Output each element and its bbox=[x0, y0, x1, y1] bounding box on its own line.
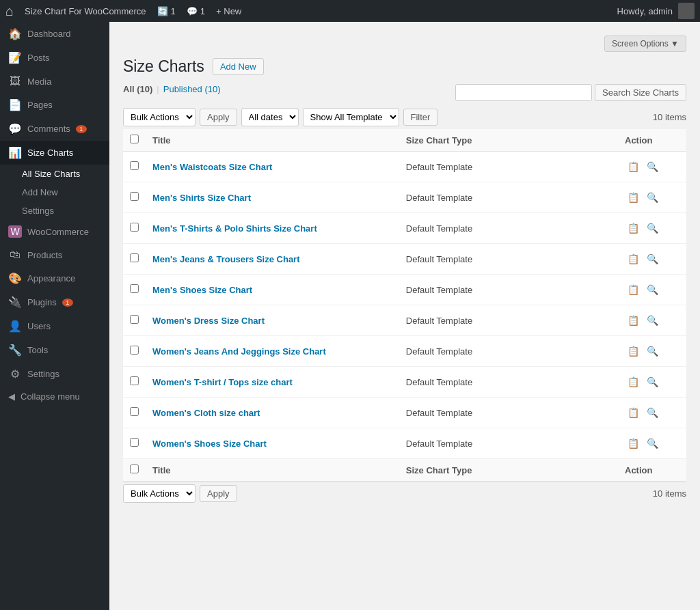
comments-badge: 1 bbox=[76, 125, 87, 133]
sidebar-item-appearance[interactable]: 🎨 Appearance bbox=[0, 266, 109, 290]
posts-icon: 📝 bbox=[8, 51, 22, 64]
sidebar-item-products[interactable]: 🛍 Products bbox=[0, 243, 109, 266]
copy-icon[interactable] bbox=[625, 343, 641, 359]
row-checkbox-1[interactable] bbox=[130, 192, 139, 201]
collapse-menu-button[interactable]: ◀ Collapse menu bbox=[0, 386, 109, 407]
preview-icon[interactable] bbox=[644, 374, 660, 390]
updates-icon[interactable]: 🔄 1 bbox=[157, 6, 176, 16]
sidebar-item-tools[interactable]: 🔧 Tools bbox=[0, 338, 109, 362]
site-name[interactable]: Size Chart For WooCommerce bbox=[25, 6, 146, 16]
media-icon: 🖼 bbox=[8, 75, 22, 87]
sidebar-item-users[interactable]: 👤 Users bbox=[0, 314, 109, 338]
sidebar-submenu-all-size-charts[interactable]: All Size Charts bbox=[0, 165, 109, 183]
search-input[interactable] bbox=[455, 84, 592, 101]
sidebar-submenu-settings[interactable]: Settings bbox=[0, 202, 109, 220]
sidebar-submenu-add-new[interactable]: Add New bbox=[0, 183, 109, 202]
table-header-row: Title Size Chart Type Action bbox=[123, 129, 686, 152]
date-filter-select[interactable]: All dates bbox=[241, 108, 299, 126]
screen-options-bar: Screen Options ▼ bbox=[123, 36, 686, 52]
copy-icon[interactable] bbox=[625, 251, 641, 267]
sidebar-item-sizecharts[interactable]: 📊 Size Charts bbox=[0, 141, 109, 165]
bulk-actions-select-bottom[interactable]: Bulk Actions bbox=[123, 484, 196, 503]
copy-icon[interactable] bbox=[625, 220, 641, 236]
row-title-link[interactable]: Women's Shoes Size Chart bbox=[152, 439, 267, 449]
apply-button-bottom[interactable]: Apply bbox=[200, 485, 237, 502]
sidebar-item-posts[interactable]: 📝 Posts bbox=[0, 46, 109, 70]
action-icons bbox=[625, 220, 679, 236]
row-action-cell bbox=[618, 275, 686, 305]
copy-icon[interactable] bbox=[625, 158, 641, 175]
sidebar-item-comments[interactable]: 💬 Comments 1 bbox=[0, 117, 109, 141]
copy-icon[interactable] bbox=[625, 374, 641, 390]
row-type-cell: Default Template bbox=[399, 336, 618, 367]
filter-tab-published[interactable]: Published (10) bbox=[163, 84, 221, 94]
preview-icon[interactable] bbox=[644, 189, 660, 206]
howdy-text: Howdy, admin bbox=[617, 6, 673, 16]
row-title-cell: Men's Jeans & Trousers Size Chart bbox=[146, 244, 399, 275]
row-title-link[interactable]: Men's Shoes Size Chart bbox=[152, 285, 252, 295]
row-title-link[interactable]: Women's Dress Size Chart bbox=[152, 316, 265, 326]
row-title-link[interactable]: Men's T-Shirts & Polo Shirts Size Chart bbox=[152, 223, 317, 234]
bulk-actions-select-top[interactable]: Bulk Actions bbox=[123, 108, 196, 126]
main-content: Screen Options ▼ Size Charts Add New All… bbox=[109, 22, 700, 610]
filter-tab-all[interactable]: All (10) bbox=[123, 84, 152, 94]
row-checkbox-6[interactable] bbox=[130, 346, 139, 355]
row-title-link[interactable]: Women's Cloth size chart bbox=[152, 408, 260, 418]
preview-icon[interactable] bbox=[644, 251, 660, 267]
action-icons bbox=[625, 281, 679, 298]
filter-button[interactable]: Filter bbox=[403, 109, 438, 126]
wp-logo-icon[interactable]: ⌂ bbox=[5, 3, 14, 19]
sidebar-item-woocommerce[interactable]: W WooCommerce bbox=[0, 220, 109, 243]
screen-options-button[interactable]: Screen Options ▼ bbox=[604, 36, 686, 52]
search-button[interactable]: Search Size Charts bbox=[595, 84, 686, 101]
preview-icon[interactable] bbox=[644, 404, 660, 421]
row-checkbox-9[interactable] bbox=[130, 438, 139, 447]
new-content-button[interactable]: + New bbox=[216, 6, 241, 16]
preview-icon[interactable] bbox=[644, 281, 660, 298]
apply-button-top[interactable]: Apply bbox=[200, 109, 237, 126]
copy-icon[interactable] bbox=[625, 404, 641, 421]
table-row: Women's Jeans And Jeggings Size Chart De… bbox=[123, 336, 686, 367]
table-row: Men's Shirts Size Chart Default Template bbox=[123, 182, 686, 213]
select-all-checkbox-top[interactable] bbox=[130, 135, 139, 143]
row-checkbox-0[interactable] bbox=[130, 161, 139, 170]
template-filter-select[interactable]: Show All Template bbox=[303, 108, 399, 126]
row-checkbox-5[interactable] bbox=[130, 315, 139, 324]
row-title-link[interactable]: Men's Waistcoats Size Chart bbox=[152, 162, 272, 172]
preview-icon[interactable] bbox=[644, 158, 660, 175]
sidebar-label-media: Media bbox=[27, 77, 51, 87]
header-type: Size Chart Type bbox=[399, 129, 618, 152]
dashboard-icon: 🏠 bbox=[8, 27, 22, 40]
row-checkbox-2[interactable] bbox=[130, 223, 139, 232]
comments-icon[interactable]: 💬 1 bbox=[187, 6, 205, 16]
preview-icon[interactable] bbox=[644, 312, 660, 329]
admin-bar: ⌂ Size Chart For WooCommerce 🔄 1 💬 1 + N… bbox=[0, 0, 700, 22]
copy-icon[interactable] bbox=[625, 281, 641, 298]
row-title-link[interactable]: Women's T-shirt / Tops size chart bbox=[152, 377, 293, 387]
table-row: Men's Jeans & Trousers Size Chart Defaul… bbox=[123, 244, 686, 275]
preview-icon[interactable] bbox=[644, 220, 660, 236]
add-new-button[interactable]: Add New bbox=[213, 58, 264, 75]
sidebar-item-settings[interactable]: ⚙ Settings bbox=[0, 362, 109, 386]
row-title-link[interactable]: Men's Jeans & Trousers Size Chart bbox=[152, 254, 300, 264]
row-checkbox-8[interactable] bbox=[130, 407, 139, 416]
copy-icon[interactable] bbox=[625, 312, 641, 329]
sidebar-item-dashboard[interactable]: 🏠 Dashboard bbox=[0, 22, 109, 46]
sidebar-item-pages[interactable]: 📄 Pages bbox=[0, 93, 109, 117]
sidebar-item-plugins[interactable]: 🔌 Plugins 1 bbox=[0, 290, 109, 314]
copy-icon[interactable] bbox=[625, 189, 641, 206]
row-checkbox-3[interactable] bbox=[130, 253, 139, 262]
preview-icon[interactable] bbox=[644, 435, 660, 452]
row-checkbox-7[interactable] bbox=[130, 376, 139, 385]
row-checkbox-cell bbox=[123, 213, 146, 244]
sidebar-item-media[interactable]: 🖼 Media bbox=[0, 70, 109, 93]
copy-icon[interactable] bbox=[625, 435, 641, 452]
sidebar-label-sizecharts: Size Charts bbox=[27, 148, 73, 158]
table-row: Men's T-Shirts & Polo Shirts Size Chart … bbox=[123, 213, 686, 244]
select-all-checkbox-bottom[interactable] bbox=[130, 465, 139, 473]
row-title-link[interactable]: Women's Jeans And Jeggings Size Chart bbox=[152, 346, 326, 357]
row-title-link[interactable]: Men's Shirts Size Chart bbox=[152, 193, 251, 203]
preview-icon[interactable] bbox=[644, 343, 660, 359]
row-checkbox-4[interactable] bbox=[130, 284, 139, 293]
items-count-top: 10 items bbox=[653, 112, 686, 122]
